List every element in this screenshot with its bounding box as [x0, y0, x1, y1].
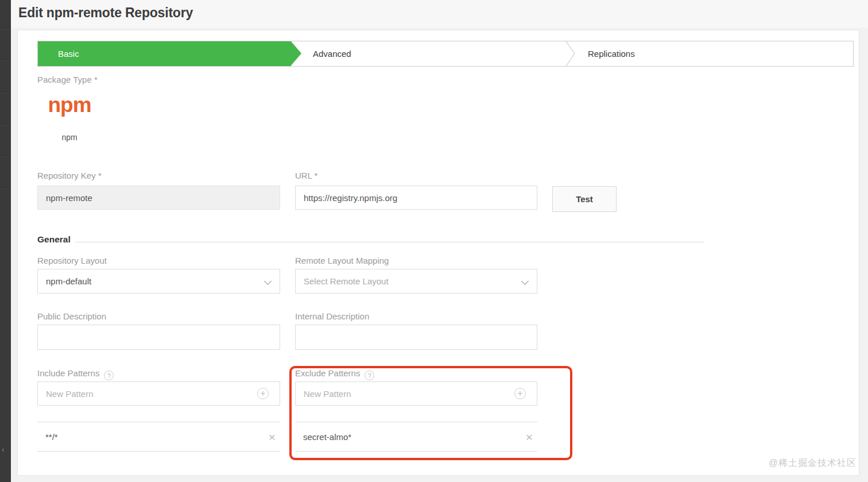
url-input[interactable] [295, 186, 537, 210]
general-section-divider [75, 242, 704, 242]
exclude-patterns-label: Exclude Patterns? [295, 368, 374, 380]
tab-separator-chevron-icon [565, 41, 576, 68]
collapsed-sidebar: ‹ [0, 0, 11, 482]
public-description-label: Public Description [37, 311, 106, 321]
internal-description-label: Internal Description [295, 311, 369, 321]
test-button[interactable]: Test [552, 186, 617, 212]
sidebar-collapse-icon[interactable]: ‹ [2, 445, 4, 454]
package-type-tile-npm[interactable]: npm npm [35, 94, 104, 148]
exclude-pattern-row: secret-almo* × [295, 422, 537, 452]
sidebar-divider [0, 29, 11, 29]
tab-bar: Basic Advanced Replications [37, 41, 854, 67]
exclude-pattern-value: secret-almo* [303, 422, 351, 452]
include-pattern-value: **/* [45, 422, 58, 452]
chevron-down-icon [264, 277, 272, 285]
remove-include-pattern-icon[interactable]: × [269, 422, 276, 452]
add-include-pattern-icon[interactable]: + [257, 388, 269, 399]
watermark-text: @稀土掘金技术社区 [769, 457, 857, 469]
tab-basic-label: Basic [58, 41, 79, 66]
repository-key-input[interactable] [37, 186, 280, 210]
exclude-patterns-label-text: Exclude Patterns [295, 368, 360, 378]
repository-layout-select[interactable]: npm-default [37, 269, 280, 294]
repository-form-panel: Basic Advanced Replications Package Type… [17, 30, 859, 476]
exclude-pattern-input[interactable] [295, 381, 537, 406]
url-label: URL * [295, 171, 317, 180]
remote-layout-mapping-placeholder: Select Remote Layout [304, 276, 389, 286]
tab-basic[interactable]: Basic [38, 41, 291, 66]
add-exclude-pattern-icon[interactable]: + [514, 388, 526, 399]
package-type-name: npm [35, 133, 104, 142]
repository-layout-label: Repository Layout [37, 256, 107, 265]
include-patterns-label-text: Include Patterns [37, 368, 99, 378]
public-description-textarea[interactable] [37, 325, 280, 350]
general-section-heading: General [37, 234, 71, 245]
sidebar-divider [0, 60, 11, 61]
include-pattern-input[interactable] [37, 381, 280, 406]
sidebar-divider [0, 156, 11, 157]
repository-key-label: Repository Key * [37, 171, 102, 180]
include-pattern-row: **/* × [37, 422, 280, 452]
tab-replications[interactable]: Replications [588, 41, 635, 66]
remote-layout-mapping-label: Remote Layout Mapping [295, 256, 389, 265]
chevron-down-icon [521, 277, 529, 285]
sidebar-divider [0, 188, 11, 189]
remote-layout-mapping-select[interactable]: Select Remote Layout [295, 269, 537, 294]
page-title: Edit npm-remote Repository [18, 5, 193, 21]
include-patterns-label: Include Patterns? [37, 368, 114, 380]
help-icon[interactable]: ? [365, 371, 374, 380]
repository-layout-value: npm-default [46, 276, 91, 286]
remove-exclude-pattern-icon[interactable]: × [526, 422, 533, 452]
sidebar-divider [0, 125, 11, 125]
package-type-label: Package Type * [37, 75, 98, 84]
help-icon[interactable]: ? [104, 371, 114, 380]
internal-description-textarea[interactable] [295, 325, 537, 350]
sidebar-divider [0, 92, 11, 93]
page-header: Edit npm-remote Repository [11, 0, 868, 28]
tab-advanced[interactable]: Advanced [313, 41, 351, 66]
npm-logo: npm [35, 94, 104, 117]
